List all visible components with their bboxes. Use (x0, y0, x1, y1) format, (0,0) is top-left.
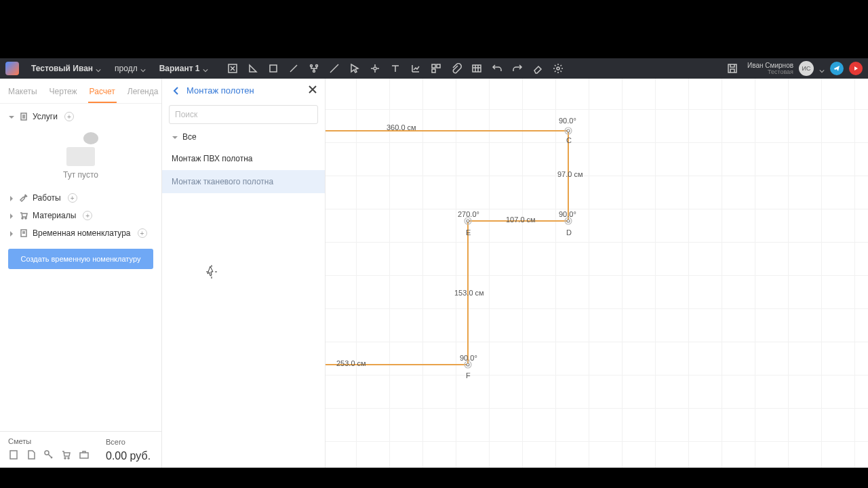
panel-header: Монтаж полотен (162, 79, 325, 102)
tree-services[interactable]: Услуги + (0, 108, 161, 125)
tool-chart-icon[interactable] (406, 59, 425, 78)
cursor-icon (206, 265, 217, 279)
tool-branch-icon[interactable] (304, 59, 323, 78)
sidebar-tabs: Макеты Чертеж Расчет Легенда (0, 79, 161, 104)
tool-clear-icon[interactable] (223, 59, 242, 78)
svg-point-18 (64, 458, 66, 459)
chevron-right-icon (8, 230, 15, 237)
label-d: D (566, 228, 572, 237)
label-cd-len: 97.0 см (557, 170, 583, 178)
telegram-icon[interactable] (830, 62, 844, 75)
tool-group-icon[interactable] (427, 59, 446, 78)
cart-icon (19, 211, 28, 220)
tree-temp-nom[interactable]: Временная номенклатура + (0, 224, 161, 242)
sidebar: Макеты Чертеж Расчет Легенда Услуги + Ту… (0, 79, 162, 468)
svg-rect-1 (270, 65, 277, 72)
svg-rect-8 (432, 69, 435, 73)
key-icon[interactable] (43, 449, 54, 462)
tool-attach-icon[interactable] (447, 59, 466, 78)
label-ed-len: 107.0 см (506, 216, 536, 224)
label-e-angle: 270.0° (458, 210, 479, 218)
doc-icon[interactable] (8, 449, 19, 462)
tree-materials[interactable]: Материалы + (0, 207, 161, 224)
sidebar-footer: Сметы Всего 0.00 руб. (0, 431, 161, 468)
svg-rect-11 (728, 64, 736, 73)
chevron-right-icon (8, 195, 15, 201)
tab-calc[interactable]: Расчет (88, 84, 117, 103)
breadcrumb-variant[interactable]: Вариант 1 (154, 61, 214, 76)
svg-rect-7 (437, 64, 440, 68)
svg-rect-16 (10, 451, 17, 459)
app-logo[interactable] (5, 62, 19, 75)
label-top-len: 360.0 см (387, 123, 416, 131)
drawing (326, 79, 868, 468)
breadcrumb-sub[interactable]: продл (109, 61, 151, 76)
chevron-down-icon (96, 66, 101, 71)
svg-rect-6 (432, 64, 435, 68)
tool-text-icon[interactable] (386, 59, 405, 78)
tool-angle-icon[interactable] (243, 59, 262, 78)
user-info: Иван Смирнов Тестовая (747, 62, 793, 76)
tool-diagonal-icon[interactable] (284, 59, 303, 78)
topbar: Тестовый Иван продл Вариант 1 (0, 58, 868, 79)
empty-state: Тут пусто (0, 125, 161, 189)
chevron-down-icon (140, 66, 146, 71)
add-icon[interactable]: + (64, 112, 74, 121)
tab-drawing[interactable]: Чертеж (48, 84, 79, 103)
label-e: E (466, 228, 471, 237)
settings-icon[interactable] (549, 59, 568, 78)
svg-point-13 (22, 218, 23, 219)
file-icon[interactable] (26, 449, 37, 462)
label-ef-len: 153.0 см (454, 289, 484, 297)
search-input[interactable]: Поиск (169, 105, 318, 124)
tool-cursor-icon[interactable] (345, 59, 364, 78)
label-d-angle: 90.0° (559, 210, 576, 218)
svg-point-31 (467, 220, 469, 222)
cart2-icon[interactable] (61, 449, 72, 462)
chevron-right-icon (8, 212, 15, 219)
tool-line-icon[interactable] (325, 59, 344, 78)
svg-point-10 (557, 67, 559, 70)
tool-erase-icon[interactable] (528, 59, 547, 78)
youtube-icon[interactable] (849, 62, 863, 75)
back-arrow-icon[interactable] (172, 86, 181, 96)
add-icon[interactable]: + (138, 228, 147, 238)
label-bottom-len: 253.0 см (336, 359, 366, 367)
svg-point-14 (25, 218, 26, 219)
tab-layouts[interactable]: Макеты (7, 84, 39, 103)
svg-rect-9 (473, 65, 481, 72)
save-icon[interactable] (723, 59, 742, 78)
svg-point-33 (467, 363, 469, 366)
filter-all[interactable]: Все (162, 127, 325, 147)
empty-illustration (60, 132, 101, 166)
close-icon[interactable] (307, 84, 318, 95)
list-item[interactable]: Монтаж тканевого полотна (162, 170, 325, 193)
document-icon (19, 228, 28, 238)
tool-target-icon[interactable] (366, 59, 384, 78)
svg-point-27 (567, 129, 570, 132)
redo-icon[interactable] (508, 59, 527, 78)
add-icon[interactable]: + (68, 193, 77, 203)
list-item[interactable]: Монтаж ПВХ полотна (162, 147, 325, 170)
tool-table-icon[interactable] (467, 59, 486, 78)
chevron-down-icon (172, 134, 178, 140)
tree-works[interactable]: Работы + (0, 189, 161, 207)
wrench-icon (19, 193, 28, 203)
create-temp-nom-button[interactable]: Создать временную номенклатуру (8, 249, 153, 269)
avatar[interactable]: ИС (799, 61, 814, 76)
tab-legend[interactable]: Легенда (126, 84, 160, 103)
add-icon[interactable]: + (83, 211, 92, 220)
chevron-down-icon[interactable] (819, 66, 825, 71)
svg-point-29 (567, 220, 570, 222)
tool-rect-icon[interactable] (264, 59, 283, 78)
svg-rect-20 (80, 453, 88, 458)
svg-point-19 (68, 458, 69, 459)
breadcrumb-project[interactable]: Тестовый Иван (26, 61, 106, 76)
undo-icon[interactable] (488, 59, 507, 78)
canvas[interactable]: 360.0 см 90.0° C 97.0 см 270.0° 90.0° 10… (326, 79, 868, 468)
briefcase-icon[interactable] (79, 449, 90, 462)
svg-point-5 (374, 67, 376, 70)
panel-title: Монтаж полотен (186, 85, 254, 96)
label-f: F (466, 371, 471, 380)
total-value: 0.00 руб. (106, 450, 151, 462)
